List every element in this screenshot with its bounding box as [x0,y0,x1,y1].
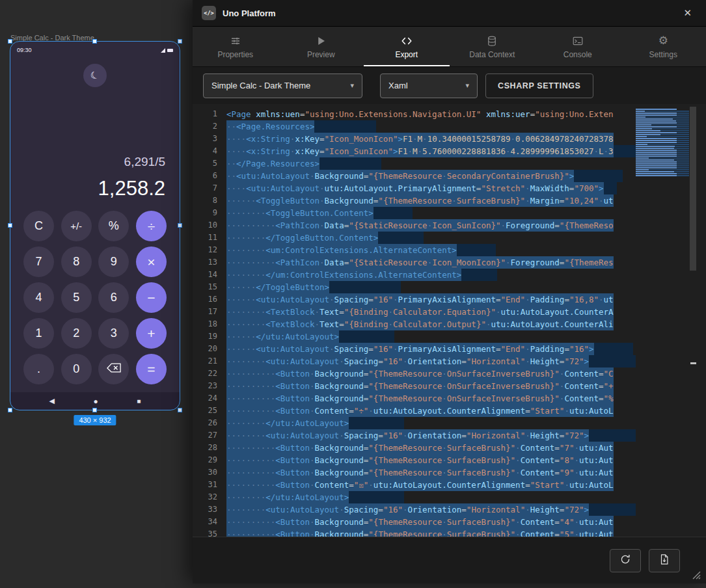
code-line[interactable]: 1<Page xmlns:uen="using:Uno.Extensions.N… [193,108,636,120]
size-badge: 430 × 932 [74,415,116,425]
code-line[interactable]: 3····<x:String·x:Key="Icon_MoonIcon">F1·… [193,133,636,145]
code-line[interactable]: 21········<utu:AutoLayout·Spacing="16"·O… [193,355,636,368]
code-line[interactable]: 23··········<Button·Background="{ThemeRe… [193,380,636,392]
code-line[interactable]: 15······</ToggleButton> [193,281,636,293]
selection-handle[interactable] [92,39,97,44]
scrollbar-thumb[interactable] [690,107,696,271]
selection-handle[interactable] [8,408,12,412]
calc-button-5[interactable]: 5 [61,282,92,313]
calc-button-4[interactable]: 4 [23,282,54,313]
code-line[interactable]: 9········<ToggleButton.Content> [193,207,636,219]
back-button[interactable]: ◀ [49,397,55,405]
code-line[interactable]: 25··········<Button·Content="÷"·utu:Auto… [193,405,636,417]
tab-properties[interactable]: Properties [193,27,278,66]
selection-handle[interactable] [178,39,182,44]
selection-handle[interactable] [92,408,97,412]
code-line[interactable]: 12········<um:ControlExtensions.Alternat… [193,244,636,256]
line-number: 14 [193,269,226,281]
selection-tail [594,343,633,355]
tab-data-context[interactable]: Data Context [450,27,536,66]
tab-console[interactable]: Console [535,27,621,66]
minimap-line [636,173,689,174]
tab-export[interactable]: Export [364,27,450,66]
calc-button-8[interactable]: 8 [61,247,92,277]
code-line[interactable]: 33········<utu:AutoLayout·Spacing="16"·O… [193,503,636,516]
code-line[interactable]: 31··········<Button·Content="☒"·utu:Auto… [193,479,636,491]
recents-button[interactable]: ■ [137,397,141,405]
code-line[interactable]: 7····<utu:AutoLayout·utu:AutoLayout.Prim… [193,182,636,194]
code-line[interactable]: 13··········<PathIcon·Data="{StaticResou… [193,256,636,269]
calc-button-⌫[interactable] [98,354,129,384]
code-line[interactable]: 30··········<Button·Background="{ThemeRe… [193,466,636,479]
calc-button-C[interactable]: C [23,211,54,241]
code-line[interactable]: 4····<x:String·x:Key="Icon_SunIcon">F1·M… [193,145,636,157]
format-dropdown[interactable]: Xaml ▾ [380,74,478,98]
code-line[interactable]: 24··········<Button·Background="{ThemeRe… [193,392,636,405]
code-line[interactable]: 32········</utu:AutoLayout> [193,491,636,503]
refresh-button[interactable] [610,549,641,572]
bottom-bar [193,537,706,583]
line-text: ········</utu:AutoLayout> [226,417,349,429]
editor-scrollbar[interactable] [689,104,697,537]
calc-button-×[interactable]: × [136,247,167,277]
code-lines: 1<Page xmlns:uen="using:Uno.Extensions.N… [193,104,636,537]
selection-handle[interactable] [8,223,12,228]
calc-button-1[interactable]: 1 [23,318,54,349]
calc-button-0[interactable]: 0 [61,354,92,384]
code-line[interactable]: 20······<utu:AutoLayout·Spacing="16"·Pri… [193,343,636,355]
calc-button-%[interactable]: % [98,211,129,241]
calc-button-=[interactable]: = [136,354,167,384]
code-line[interactable]: 11········</ToggleButton.Content> [193,232,636,244]
calc-button-÷[interactable]: ÷ [136,211,167,241]
code-line[interactable]: 14········</um:ControlExtensions.Alterna… [193,269,636,281]
calc-button-+[interactable]: + [136,318,167,349]
selection-handle[interactable] [178,408,182,412]
resize-grip[interactable] [692,570,701,582]
calc-button-9[interactable]: 9 [98,247,129,277]
line-number: 6 [193,170,226,182]
preview-icon [315,35,327,47]
code-line[interactable]: 26········</utu:AutoLayout> [193,417,636,429]
code-line[interactable]: 10··········<PathIcon·Data="{StaticResou… [193,219,636,232]
csharp-settings-button[interactable]: CSHARP SETTINGS [485,74,593,98]
calc-button-3[interactable]: 3 [98,318,129,349]
code-line[interactable]: 29··········<Button·Background="{ThemeRe… [193,454,636,466]
line-text: ··········<Button·Background="{ThemeReso… [226,442,614,454]
line-number: 21 [193,355,226,368]
line-text: ········<utu:AutoLayout·Spacing="16"·Ori… [226,503,589,516]
code-line[interactable]: 6··<utu:AutoLayout·Background="{ThemeRes… [193,170,636,182]
line-text: ··········<Button·Background="{ThemeReso… [226,516,614,528]
selection-handle[interactable] [178,223,182,228]
phone-preview[interactable]: 09:30 ☾ 6,291/5 1,258.2 C+/-%÷789×456−12… [10,42,180,410]
code-line[interactable]: 27········<utu:AutoLayout·Spacing="16"·O… [193,429,636,442]
calc-button-6[interactable]: 6 [98,282,129,313]
calc-button-2[interactable]: 2 [61,318,92,349]
selection-handle[interactable] [8,39,12,44]
tab-preview[interactable]: Preview [278,27,364,66]
calc-button-−[interactable]: − [136,282,167,313]
home-button[interactable]: ● [94,397,98,406]
minimap[interactable] [636,104,689,537]
page-dropdown[interactable]: Simple Calc - Dark Theme ▾ [203,74,362,98]
calc-button-+/-[interactable]: +/- [61,211,92,241]
close-button[interactable]: ✕ [678,5,697,21]
line-number: 30 [193,466,226,479]
code-line[interactable]: 19······</utu:AutoLayout> [193,330,636,343]
stage: Simple Calc - Dark Theme 09:30 ☾ 6,291/5 [0,0,706,588]
code-line[interactable]: 16······<utu:AutoLayout·Spacing="16"·Pri… [193,293,636,306]
code-line[interactable]: 22··········<Button·Background="{ThemeRe… [193,368,636,380]
code-line[interactable]: 18········<TextBlock·Text="{Binding·Calc… [193,318,636,330]
calc-button-.[interactable]: . [23,354,54,384]
export-file-button[interactable] [649,549,680,572]
line-number: 9 [193,207,226,219]
code-line[interactable]: 34··········<Button·Background="{ThemeRe… [193,516,636,528]
code-line[interactable]: 8······<ToggleButton·Background="{ThemeR… [193,194,636,207]
code-line[interactable]: 2··<Page.Resources> [193,120,636,133]
theme-toggle-button[interactable]: ☾ [83,64,107,87]
tab-settings[interactable]: ⚙Settings [621,27,706,66]
code-line[interactable]: 35··········<Button·Background="{ThemeRe… [193,528,636,537]
code-line[interactable]: 17········<TextBlock·Text="{Binding·Calc… [193,306,636,318]
code-line[interactable]: 5··</Page.Resources> [193,157,636,170]
code-line[interactable]: 28··········<Button·Background="{ThemeRe… [193,442,636,454]
calc-button-7[interactable]: 7 [23,247,54,277]
